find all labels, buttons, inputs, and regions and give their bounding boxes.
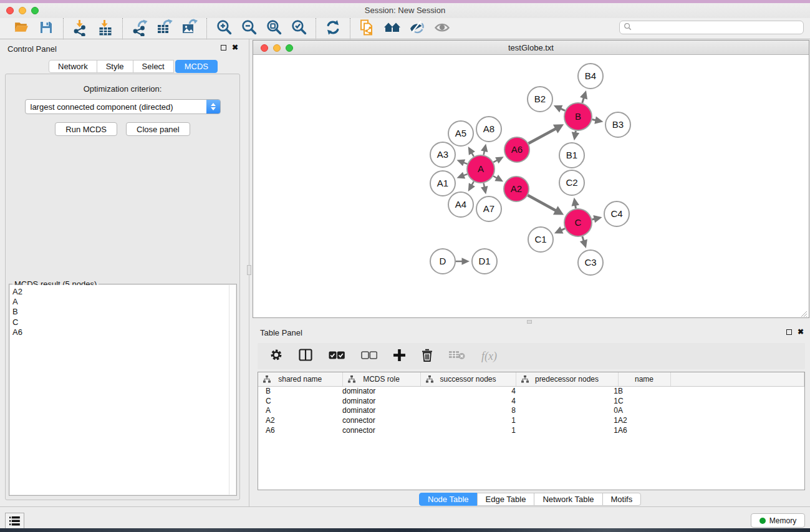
control-tab-network[interactable]: Network bbox=[49, 60, 97, 73]
resize-grip-icon[interactable] bbox=[800, 309, 808, 316]
column-header-MCDS-role[interactable]: MCDS role bbox=[342, 372, 420, 386]
open-session-button[interactable] bbox=[9, 19, 34, 39]
zoom-fit-button[interactable] bbox=[261, 19, 286, 39]
table-cell[interactable]: C bbox=[258, 396, 342, 406]
table-cell[interactable]: 1 bbox=[516, 386, 618, 396]
table-cell[interactable]: 1 bbox=[420, 425, 516, 435]
select-all-checkboxes-icon[interactable] bbox=[329, 351, 345, 362]
table-cell[interactable]: dominator bbox=[342, 405, 420, 415]
control-tab-mcds[interactable]: MCDS bbox=[175, 60, 218, 73]
node-A[interactable]: A bbox=[467, 155, 494, 183]
table-cell[interactable]: A2 bbox=[618, 415, 670, 425]
refresh-button[interactable] bbox=[321, 19, 345, 39]
node-C3[interactable]: C3 bbox=[578, 250, 603, 275]
table-cell[interactable]: A6 bbox=[618, 425, 670, 435]
node-A7[interactable]: A7 bbox=[476, 196, 501, 221]
table-row[interactable]: A2connector11A2 bbox=[258, 415, 804, 425]
zoom-out-button[interactable] bbox=[236, 19, 261, 39]
table-cell[interactable]: C bbox=[618, 396, 670, 406]
close-table-panel-icon[interactable]: ✖ bbox=[798, 329, 804, 335]
import-network-button[interactable] bbox=[68, 19, 93, 39]
node-A2[interactable]: A2 bbox=[504, 177, 529, 201]
node-C1[interactable]: C1 bbox=[528, 227, 553, 252]
node-B[interactable]: B bbox=[564, 103, 592, 130]
run-mcds-button[interactable]: Run MCDS bbox=[55, 122, 117, 136]
mcds-result-item[interactable]: B bbox=[10, 307, 236, 317]
edge-A6-B[interactable] bbox=[528, 127, 557, 143]
node-D1[interactable]: D1 bbox=[472, 249, 497, 274]
column-header-successor-nodes[interactable]: successor nodes bbox=[420, 372, 516, 386]
table-row[interactable]: Bdominator41B bbox=[258, 386, 804, 396]
table-cell[interactable]: dominator bbox=[342, 396, 420, 406]
hide-selected-button[interactable] bbox=[405, 19, 430, 39]
table-cell[interactable]: dominator bbox=[342, 386, 420, 396]
control-tab-style[interactable]: Style bbox=[97, 60, 133, 73]
close-panel-button[interactable]: Close panel bbox=[126, 122, 190, 136]
node-B2[interactable]: B2 bbox=[528, 87, 552, 112]
split-view-icon[interactable] bbox=[299, 349, 312, 364]
node-table[interactable]: shared nameMCDS rolesuccessor nodesprede… bbox=[258, 372, 805, 490]
save-session-button[interactable] bbox=[34, 19, 59, 39]
table-cell[interactable]: 1 bbox=[516, 415, 618, 425]
toolbar-search[interactable] bbox=[619, 21, 804, 34]
float-panel-icon[interactable] bbox=[221, 45, 226, 51]
table-cell[interactable]: 1 bbox=[516, 425, 618, 435]
add-column-icon[interactable] bbox=[393, 349, 405, 364]
delete-column-trash-icon[interactable] bbox=[422, 349, 433, 364]
table-cell[interactable]: connector bbox=[342, 415, 420, 425]
table-tab-node-table[interactable]: Node Table bbox=[419, 493, 478, 506]
mcds-result-item[interactable]: A6 bbox=[10, 327, 236, 337]
control-tab-select[interactable]: Select bbox=[133, 60, 174, 73]
node-A8[interactable]: A8 bbox=[476, 117, 501, 142]
node-C2[interactable]: C2 bbox=[559, 170, 584, 195]
first-neighbors-button[interactable] bbox=[380, 19, 405, 39]
column-header-predecessor-nodes[interactable]: predecessor nodes bbox=[516, 372, 618, 386]
table-row[interactable]: A6connector11A6 bbox=[258, 425, 804, 435]
node-A6[interactable]: A6 bbox=[504, 137, 529, 162]
node-C4[interactable]: C4 bbox=[604, 201, 629, 226]
table-cell[interactable]: B bbox=[258, 386, 342, 396]
column-header-name[interactable]: name bbox=[618, 372, 670, 386]
node-A5[interactable]: A5 bbox=[448, 121, 473, 146]
table-cell[interactable]: 4 bbox=[420, 396, 516, 406]
table-cell[interactable]: 1 bbox=[516, 396, 618, 406]
network-canvas[interactable]: B4B2BB3A5A8A6B1A3AA1C2A2A4A7CC4C1C3DD1 bbox=[253, 56, 809, 317]
zoom-in-button[interactable] bbox=[211, 19, 236, 39]
table-tab-network-table[interactable]: Network Table bbox=[534, 493, 602, 506]
mcds-result-item[interactable]: A2 bbox=[10, 287, 236, 297]
export-table-button[interactable] bbox=[152, 19, 177, 39]
export-image-button[interactable] bbox=[177, 19, 202, 39]
node-C[interactable]: C bbox=[564, 209, 592, 236]
settings-gear-icon[interactable] bbox=[270, 349, 282, 364]
table-cell[interactable]: A bbox=[618, 405, 670, 415]
network-window-titlebar[interactable]: testGlobe.txt bbox=[253, 41, 809, 55]
table-row[interactable]: Cdominator41C bbox=[258, 396, 804, 406]
show-hidden-button[interactable] bbox=[430, 19, 455, 39]
table-cell[interactable]: B bbox=[618, 386, 670, 396]
horizontal-split-handle[interactable] bbox=[527, 320, 532, 324]
node-A3[interactable]: A3 bbox=[430, 142, 455, 167]
node-B3[interactable]: B3 bbox=[605, 112, 630, 137]
node-A1[interactable]: A1 bbox=[430, 171, 455, 196]
mcds-result-list[interactable]: A2ABCA6 bbox=[10, 285, 236, 495]
table-cell[interactable]: 4 bbox=[420, 386, 516, 396]
memory-button[interactable]: Memory bbox=[751, 513, 805, 528]
edge-A2-C[interactable] bbox=[528, 195, 557, 211]
node-B1[interactable]: B1 bbox=[559, 143, 584, 168]
table-cell[interactable]: A6 bbox=[258, 425, 342, 435]
close-panel-icon[interactable]: ✖ bbox=[232, 44, 238, 51]
criterion-dropdown[interactable]: largest connected component (directed) bbox=[25, 99, 221, 114]
table-row[interactable]: Adominator80A bbox=[258, 405, 804, 415]
mcds-result-item[interactable]: C bbox=[10, 317, 236, 327]
new-network-from-selection-button[interactable] bbox=[355, 19, 380, 39]
node-D[interactable]: D bbox=[430, 249, 455, 274]
mcds-result-item[interactable]: A bbox=[10, 297, 236, 307]
table-cell[interactable]: connector bbox=[342, 425, 420, 435]
table-cell[interactable]: 1 bbox=[420, 415, 516, 425]
table-cell[interactable]: A2 bbox=[258, 415, 342, 425]
table-tab-motifs[interactable]: Motifs bbox=[602, 493, 642, 506]
node-B4[interactable]: B4 bbox=[578, 64, 603, 89]
node-A4[interactable]: A4 bbox=[448, 192, 473, 217]
search-input[interactable] bbox=[632, 23, 803, 32]
export-network-button[interactable] bbox=[127, 19, 152, 39]
